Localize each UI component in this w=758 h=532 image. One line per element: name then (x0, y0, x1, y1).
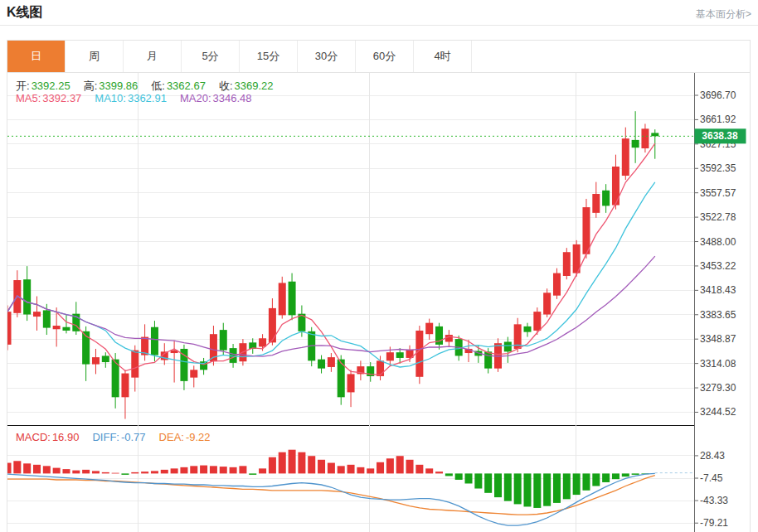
interval-tab-bar: 日周月5分15分30分60分4时 (7, 41, 750, 73)
macd-histogram-bar (298, 452, 305, 474)
tab-day[interactable]: 日 (7, 41, 66, 72)
candle-body (102, 355, 109, 362)
macd-histogram-bar (7, 463, 12, 474)
tab-5min[interactable]: 5分 (182, 41, 240, 72)
candle-body (121, 374, 129, 398)
macd-histogram-bar (102, 472, 109, 474)
macdRow-diff: DIFF:-0.77 (92, 431, 145, 443)
macd-histogram-bar (43, 466, 51, 473)
candle-body (632, 140, 639, 148)
ma-info-row: MA5:3392.37MA10:3362.91MA20:3346.48 (16, 92, 265, 104)
tab-30min[interactable]: 30分 (298, 41, 356, 72)
macd-histogram-bar (23, 463, 31, 473)
candlestick-pane: 开:3392.25高:3399.86低:3362.67收:3369.22 MA5… (7, 73, 750, 425)
kline-widget: 日周月5分15分30分60分4时 开:3392.25高:3399.86低:336… (7, 40, 751, 532)
macd-histogram-bar (131, 472, 138, 474)
ma5-line (7, 143, 655, 375)
price-axis-label: 3314.08 (700, 358, 736, 370)
ohlcRow-high: 高:3399.86 (84, 80, 138, 92)
candle-body (220, 330, 227, 351)
ohlcRow-low: 低:3362.67 (151, 80, 206, 92)
candle-body (563, 252, 571, 276)
candle-body (386, 352, 394, 360)
macd-histogram-bar (455, 473, 463, 480)
macd-histogram-bar (220, 467, 227, 473)
macd-histogram-bar (230, 467, 237, 474)
macd-axis-label: -7.45 (700, 472, 723, 484)
macd-histogram-bar (553, 473, 561, 502)
candle-body (582, 207, 590, 254)
candle-body (259, 338, 266, 346)
macd-histogram-bar (406, 460, 414, 474)
candle-body (396, 352, 404, 358)
candle-body (415, 331, 423, 377)
macd-histogram-bar (190, 466, 197, 473)
macd-histogram-bar (308, 456, 315, 473)
maRow-ma5: MA5:3392.37 (16, 92, 81, 104)
candle-body (651, 133, 658, 136)
candle-body (279, 283, 286, 315)
macd-histogram-bar (602, 473, 610, 482)
macd-histogram-bar (338, 466, 345, 473)
tab-60min[interactable]: 60分 (356, 41, 414, 72)
macd-histogram-bar (573, 473, 581, 495)
candle-body (328, 357, 335, 367)
candle-body (190, 370, 197, 377)
macd-histogram-bar (161, 470, 168, 474)
tab-4hour[interactable]: 4时 (414, 41, 472, 72)
macd-histogram-bar (582, 473, 590, 490)
macd-histogram-bar (210, 466, 217, 473)
tab-15min[interactable]: 15分 (240, 41, 298, 72)
macd-histogram-bar (92, 471, 100, 473)
macd-histogram-bar (259, 468, 266, 473)
candle-body (200, 361, 207, 370)
macd-histogram-bar (347, 465, 355, 474)
candle-body (377, 360, 384, 376)
macd-histogram-bar (377, 462, 384, 474)
tab-month[interactable]: 月 (124, 41, 182, 72)
candle-body (43, 310, 51, 327)
macd-histogram-bar (425, 468, 433, 473)
macd-histogram-bar (514, 473, 522, 504)
macd-histogram-bar (474, 473, 482, 488)
macd-histogram-bar (180, 467, 187, 474)
fundamental-analysis-link[interactable]: 基本面分析> (696, 7, 751, 22)
price-axis-label: 3348.87 (700, 333, 736, 345)
kline-chart-surface[interactable]: 3696.703661.923627.153592.353557.573522.… (7, 73, 750, 425)
candle-body (347, 374, 355, 392)
macd-histogram-bar (563, 473, 571, 499)
macd-histogram-bar (171, 468, 178, 473)
price-axis-label: 3522.78 (700, 211, 736, 223)
candle-body (131, 351, 138, 378)
macd-histogram-bar (612, 473, 620, 479)
ohlcRow-close: 收:3369.22 (219, 80, 274, 92)
macd-histogram-bar (53, 468, 61, 474)
candle-body (7, 312, 12, 345)
macd-histogram-bar (465, 473, 473, 483)
macd-histogram-bar (357, 467, 364, 474)
macd-histogram-bar (279, 452, 286, 474)
macd-histogram-bar (494, 473, 502, 497)
tab-week[interactable]: 周 (66, 41, 124, 72)
price-axis-label: 3696.70 (700, 89, 736, 101)
price-axis-label: 3453.22 (700, 260, 736, 272)
price-axis-label: 3244.52 (700, 406, 736, 418)
macd-histogram-bar (82, 470, 90, 474)
macd-histogram-bar (318, 460, 325, 474)
macd-axis-label: 28.43 (700, 450, 725, 462)
candle-body (602, 191, 610, 206)
macd-histogram-bar (269, 457, 276, 474)
candle-body (504, 341, 512, 351)
current-price-label-text: 3638.38 (702, 130, 738, 142)
candle-body (425, 323, 433, 335)
macd-axis-label: -79.21 (700, 517, 728, 529)
macd-histogram-bar (386, 458, 394, 473)
candle-body (612, 167, 620, 206)
macd-histogram-bar (239, 466, 246, 473)
candle-body (543, 293, 551, 314)
macd-axis-label: -43.33 (700, 495, 728, 506)
candle-body (53, 326, 61, 329)
price-axis-label: 3383.65 (700, 309, 736, 321)
maRow-ma20: MA20:3346.48 (180, 92, 252, 104)
macd-histogram-bar (112, 473, 119, 474)
